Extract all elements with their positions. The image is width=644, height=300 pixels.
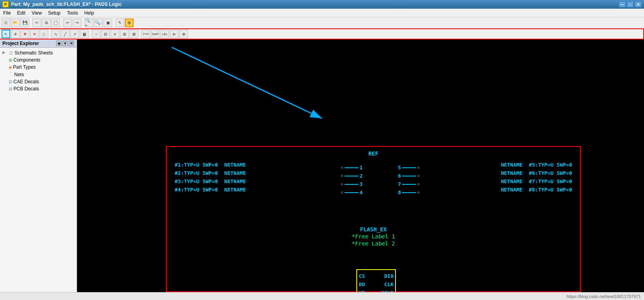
right-attr-5: #5:TYP=U SWP=0 [529, 162, 572, 168]
left-attr-2: #2:TYP=U SWP=0 [175, 170, 218, 176]
tree-label-schematic-sheets: Schematic Sheets [15, 50, 53, 56]
right-net-6: NETNAME [501, 170, 523, 176]
save-button[interactable]: 💾 [21, 19, 29, 27]
pin-num-2: 2 [360, 173, 363, 179]
right-net-8: NETNAME [501, 187, 523, 193]
schematic-canvas[interactable]: REF CS DO WP GND DIO CLK HOLD VCC [77, 39, 644, 292]
tree-label-cae-decals: CAE Decals [13, 79, 39, 84]
select-tool[interactable]: ↖ [2, 30, 10, 38]
tree-icon-cae: ⊟ [9, 79, 12, 84]
status-url: https://blog.csdn.net/wwt18811707971 [567, 294, 641, 299]
menu-tools[interactable]: Tools [64, 9, 81, 17]
right-attr-8: #8:TYP=U SWP=0 [529, 187, 572, 193]
cut-button[interactable]: ✂ [32, 19, 41, 27]
panel-close-button[interactable]: ✕ [69, 41, 74, 46]
term-tool[interactable]: TYP [141, 30, 150, 38]
zoom-out-button[interactable]: 🔍- [94, 19, 103, 27]
project-explorer-panel: Project Explorer ◈ ▼ ✕ ▶ 🗋 Schematic She… [0, 39, 77, 292]
zoom-in-button[interactable]: 🔍+ [85, 19, 93, 27]
tree-label-nets: Nets [14, 72, 24, 77]
main-area: Project Explorer ◈ ▼ ✕ ▶ 🗋 Schematic She… [0, 39, 644, 292]
tree-item-nets[interactable]: ⌒ Nets [7, 71, 76, 78]
redo-button[interactable]: ↪ [73, 19, 81, 27]
tree-icon-components: ⊞ [9, 58, 12, 63]
pin-num-5: 5 [398, 165, 401, 171]
net-block-tool[interactable]: ⊟ [101, 30, 110, 38]
ic-pin-hold: HOLD [381, 290, 394, 292]
pin-num-3: 3 [360, 181, 363, 187]
ic-symbol-box: CS DO WP GND DIO CLK HOLD VCC [356, 269, 396, 292]
left-net-4: NETNAME [224, 187, 246, 193]
tree-item-cae-decals[interactable]: ⊟ CAE Decals [7, 78, 76, 85]
tree-label-components: Components [13, 57, 40, 63]
maximize-button[interactable]: □ [627, 1, 634, 8]
ic-pin-cs: CS [359, 273, 368, 279]
menu-setup[interactable]: Setup [45, 9, 64, 17]
line-tool[interactable]: ╱ [61, 30, 70, 38]
component-name: FLASH_EX [360, 226, 386, 232]
port-tool[interactable]: ⊳ [170, 30, 179, 38]
ref-label: REF [368, 150, 378, 157]
copy-button[interactable]: ⧉ [42, 19, 51, 27]
box-tool[interactable]: □ [40, 30, 48, 38]
title-controls: — □ ✕ [619, 1, 642, 8]
component-selection-box: REF CS DO WP GND DIO CLK HOLD VCC [166, 146, 581, 292]
right-net-5: NETNAME [501, 162, 523, 168]
tree-icon-sheet: 🗋 [9, 51, 13, 55]
remove-tool[interactable]: ✕ [30, 30, 39, 38]
right-attr-7: #7:TYP=U SWP=0 [529, 178, 572, 184]
add-tool[interactable]: ✛ [11, 30, 20, 38]
arrow-tool[interactable]: ↗ [70, 30, 79, 38]
left-net-3: NETNAME [224, 178, 246, 184]
window-title: Part: My_pads_sch_lib:FLASH_EX* - PADS L… [11, 2, 122, 7]
toolbar-standard: 🗋 📂 💾 ✂ ⧉ 📋 ↩ ↪ 🔍+ 🔍- ▣ ✎ ⊞ [0, 17, 644, 28]
wire-tool[interactable]: ∿ [51, 30, 60, 38]
tree-label-pcb-decals: PCB Decals [13, 86, 39, 92]
vcc-tool[interactable]: ⊕ [179, 30, 188, 38]
app-icon: P [2, 1, 9, 8]
snap-button[interactable]: ⊞ [125, 19, 134, 27]
menu-file[interactable]: File [0, 9, 14, 17]
pin-num-1: 1 [360, 165, 363, 171]
left-attr-3: #3:TYP=U SWP=0 [175, 178, 218, 184]
tree-icon-part-types: ◈ [9, 65, 12, 70]
right-net-7: NETNAME [501, 178, 523, 184]
power-tool[interactable]: SWP [151, 30, 160, 38]
ic-pin-wp: WP [359, 290, 368, 292]
bus3-tool[interactable]: ⊠ [130, 30, 138, 38]
menu-help[interactable]: Help [81, 9, 97, 17]
menu-view[interactable]: View [28, 9, 45, 17]
tree-icon-pcb: ⊟ [9, 86, 12, 92]
tree-item-part-types[interactable]: ◈ Part Types [7, 64, 76, 71]
bus-tool[interactable]: ≡ [111, 30, 119, 38]
panel-pin-button[interactable]: ◈ [56, 41, 62, 46]
project-tree: ▶ 🗋 Schematic Sheets ⊞ Components ◈ Part… [0, 48, 77, 94]
gnd-tool[interactable]: LBL [160, 30, 169, 38]
pencil-button[interactable]: ✎ [115, 19, 124, 27]
undo-button[interactable]: ↩ [63, 19, 72, 27]
ic-pin-do: DO [359, 281, 368, 287]
zoom-area-button[interactable]: ▣ [104, 19, 112, 27]
close-button[interactable]: ✕ [635, 1, 642, 8]
tree-label-part-types: Part Types [13, 64, 36, 70]
menu-edit[interactable]: Edit [14, 9, 28, 17]
minimize-button[interactable]: — [619, 1, 626, 8]
panel-arrow-button[interactable]: ▼ [62, 41, 68, 46]
panel-title: Project Explorer [2, 41, 39, 46]
pin-num-6: 6 [398, 173, 401, 179]
net-right-tool[interactable]: → [92, 30, 100, 38]
delete-tool[interactable]: ✕ [21, 30, 29, 38]
tree-item-schematic-sheets[interactable]: ▶ 🗋 Schematic Sheets [1, 49, 76, 56]
bus2-tool[interactable]: ⊞ [120, 30, 129, 38]
free-label-1: *Free Label 1 [352, 233, 395, 240]
free-label-2: *Free Label 2 [352, 240, 395, 247]
tree-item-pcb-decals[interactable]: ⊟ PCB Decals [7, 85, 76, 92]
pin-num-4: 4 [360, 189, 363, 195]
new-button[interactable]: 🗋 [2, 19, 10, 27]
tree-item-components[interactable]: ⊞ Components [7, 56, 76, 64]
paste-button[interactable]: 📋 [51, 19, 60, 27]
open-button[interactable]: 📂 [11, 19, 20, 27]
statusbar: https://blog.csdn.net/wwt18811707971 [0, 292, 644, 300]
menubar: File Edit View Setup Tools Help [0, 9, 644, 17]
block-tool[interactable]: ▦ [80, 30, 89, 38]
